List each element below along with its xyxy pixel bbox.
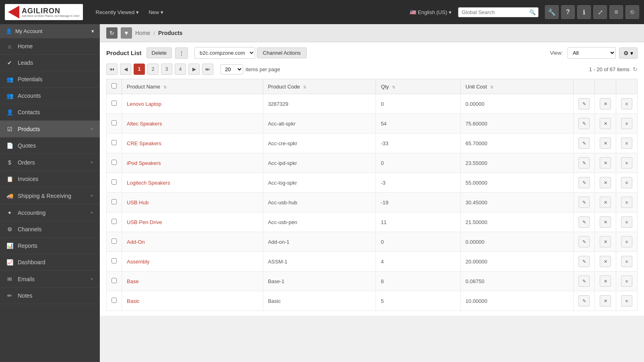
sidebar-item-products[interactable]: ☑ Products ＋ xyxy=(0,121,100,138)
delete-button[interactable]: Delete xyxy=(147,47,172,58)
product-name-link-8[interactable]: Assembly xyxy=(127,259,149,265)
sidebar-item-shipping[interactable]: 🚚 Shipping & Receiving ＋ xyxy=(0,187,100,204)
product-name-link-1[interactable]: Altec Speakers xyxy=(127,121,162,127)
breadcrumb-home[interactable]: Home xyxy=(135,30,150,36)
row-checkbox-1[interactable] xyxy=(111,120,117,125)
row-checkbox-8[interactable] xyxy=(111,258,117,263)
product-name-link-2[interactable]: CRE Speakers xyxy=(127,140,161,146)
product-name-link-4[interactable]: Logitech Speakers xyxy=(127,180,170,186)
product-name-link-9[interactable]: Base xyxy=(127,278,139,284)
row-checkbox-2[interactable] xyxy=(111,140,117,145)
sidebar-item-notes[interactable]: ✏ Notes xyxy=(0,288,100,304)
sidebar-item-home[interactable]: ⌂ Home xyxy=(0,38,100,55)
edit-button-4[interactable]: ✎ xyxy=(578,177,590,188)
sidebar-item-orders[interactable]: $ Orders ＋ xyxy=(0,154,100,171)
page-btn-2[interactable]: 2 xyxy=(147,64,159,75)
sidebar-item-leads[interactable]: ✔ Leads xyxy=(0,55,100,71)
row-checkbox-9[interactable] xyxy=(111,278,117,283)
edit-button-5[interactable]: ✎ xyxy=(578,197,590,208)
per-page-select[interactable]: 20 50 100 xyxy=(221,64,243,74)
product-name-link-6[interactable]: USB Pen Drive xyxy=(127,219,162,225)
page-btn-3[interactable]: 3 xyxy=(161,64,172,75)
sidebar-item-accounting[interactable]: ✦ Accounting ＋ xyxy=(0,204,100,221)
header-unit-cost[interactable]: Unit Cost ⇅ xyxy=(460,79,574,94)
view-select[interactable]: All xyxy=(568,47,616,59)
new-link[interactable]: New ▾ xyxy=(145,8,167,17)
last-page-btn[interactable]: ⏭ xyxy=(202,64,213,75)
header-product-code[interactable]: Product Code ⇅ xyxy=(263,79,376,94)
edit-button-6[interactable]: ✎ xyxy=(578,216,590,228)
delete-row-button-3[interactable]: ✕ xyxy=(600,157,611,169)
row-checkbox-4[interactable] xyxy=(111,179,117,185)
delete-row-button-10[interactable]: ✕ xyxy=(600,295,611,306)
more-row-button-6[interactable]: ≡ xyxy=(621,216,632,228)
search-icon[interactable]: 🔍 xyxy=(529,9,536,15)
more-row-button-8[interactable]: ≡ xyxy=(621,256,632,267)
delete-row-button-5[interactable]: ✕ xyxy=(600,197,611,208)
settings-button[interactable]: ⚙ ▾ xyxy=(619,47,638,59)
more-row-button-1[interactable]: ≡ xyxy=(621,118,632,129)
more-row-button-3[interactable]: ≡ xyxy=(621,157,632,169)
more-row-button-9[interactable]: ≡ xyxy=(621,276,632,287)
product-name-link-10[interactable]: Basic xyxy=(127,298,140,304)
header-qty[interactable]: Qty ⇅ xyxy=(376,79,460,94)
channel-select[interactable]: b2c.compzone.com xyxy=(194,47,255,59)
more-row-button-4[interactable]: ≡ xyxy=(621,177,632,188)
more-row-button-0[interactable]: ≡ xyxy=(621,98,632,109)
more-row-button-5[interactable]: ≡ xyxy=(621,197,632,208)
channel-actions-button[interactable]: Channel Actions xyxy=(257,47,307,58)
row-checkbox-3[interactable] xyxy=(111,160,117,165)
edit-button-1[interactable]: ✎ xyxy=(578,118,590,129)
sidebar-item-quotes[interactable]: 📄 Quotes xyxy=(0,138,100,154)
delete-row-button-6[interactable]: ✕ xyxy=(600,216,611,228)
row-checkbox-7[interactable] xyxy=(111,239,117,244)
product-name-link-3[interactable]: iPod Speakers xyxy=(127,160,161,166)
edit-button-10[interactable]: ✎ xyxy=(578,295,590,306)
more-row-button-2[interactable]: ≡ xyxy=(621,138,632,149)
edit-button-9[interactable]: ✎ xyxy=(578,276,590,287)
delete-row-button-1[interactable]: ✕ xyxy=(600,118,611,129)
exit-button[interactable]: ⎋ xyxy=(625,5,639,19)
edit-button-3[interactable]: ✎ xyxy=(578,157,590,169)
sidebar-item-accounts[interactable]: 👥 Accounts xyxy=(0,88,100,104)
filter-breadcrumb-btn[interactable]: ▼ xyxy=(121,27,132,39)
edit-button-8[interactable]: ✎ xyxy=(578,256,590,267)
edit-button-2[interactable]: ✎ xyxy=(578,138,590,149)
search-input[interactable] xyxy=(462,9,529,15)
page-btn-4[interactable]: 4 xyxy=(175,64,186,75)
first-page-btn[interactable]: ⏮ xyxy=(106,64,118,75)
next-page-btn[interactable]: ▶ xyxy=(188,64,200,75)
sidebar-item-invoices[interactable]: 📋 Invoices xyxy=(0,171,100,187)
delete-row-button-9[interactable]: ✕ xyxy=(600,276,611,287)
expand-button[interactable]: ⤢ xyxy=(593,5,607,19)
sidebar-item-potentials[interactable]: 👥 Potentials xyxy=(0,71,100,88)
page-btn-1[interactable]: 1 xyxy=(134,64,145,75)
sidebar-item-reports[interactable]: 📊 Reports xyxy=(0,238,100,254)
delete-row-button-8[interactable]: ✕ xyxy=(600,256,611,267)
info-button[interactable]: ℹ xyxy=(577,5,591,19)
wrench-button[interactable]: 🔧 xyxy=(545,5,559,19)
sidebar-item-channels[interactable]: ⚙ Channels xyxy=(0,221,100,238)
sidebar-item-emails[interactable]: ✉ Emails ＋ xyxy=(0,271,100,288)
select-all-checkbox[interactable] xyxy=(111,83,117,88)
row-checkbox-5[interactable] xyxy=(111,199,117,204)
language-selector[interactable]: 🇺🇸 English (US) ▾ xyxy=(410,9,452,15)
product-name-link-0[interactable]: Lenovo Laptop xyxy=(127,101,161,107)
edit-button-0[interactable]: ✎ xyxy=(578,98,590,109)
prev-page-btn[interactable]: ◀ xyxy=(120,64,131,75)
product-name-link-7[interactable]: Add-On xyxy=(127,239,145,245)
refresh-breadcrumb-btn[interactable]: ↻ xyxy=(106,27,118,39)
more-row-button-10[interactable]: ≡ xyxy=(621,295,632,306)
sidebar-item-contacts[interactable]: 👤 Contacts xyxy=(0,104,100,121)
recently-viewed-link[interactable]: Recently Viewed ▾ xyxy=(93,8,142,17)
row-checkbox-10[interactable] xyxy=(111,298,117,303)
help-button[interactable]: ? xyxy=(561,5,575,19)
edit-button-7[interactable]: ✎ xyxy=(578,236,590,247)
more-options-button[interactable]: ⋮ xyxy=(175,47,188,59)
delete-row-button-4[interactable]: ✕ xyxy=(600,177,611,188)
delete-row-button-0[interactable]: ✕ xyxy=(600,98,611,109)
header-product-name[interactable]: Product Name ⇅ xyxy=(122,79,263,94)
product-name-link-5[interactable]: USB Hub xyxy=(127,200,149,206)
delete-row-button-7[interactable]: ✕ xyxy=(600,236,611,247)
row-checkbox-0[interactable] xyxy=(111,101,117,106)
